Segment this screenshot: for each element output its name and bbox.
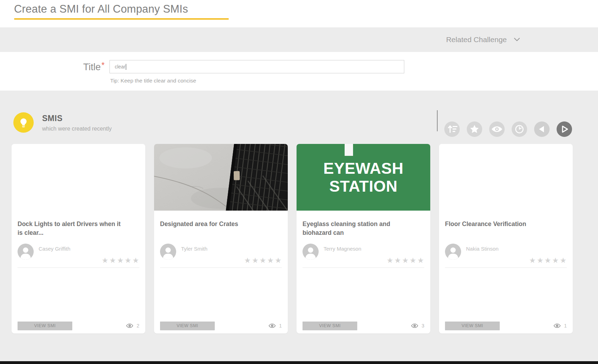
view-count: 1 <box>553 323 567 329</box>
most-viewed-button[interactable] <box>489 121 505 137</box>
card-author-row: Tyler Smith ★★★★★ <box>160 244 282 261</box>
previous-button[interactable] <box>534 121 550 137</box>
eyewash-station-sign: EYEWASH STATION <box>297 144 430 211</box>
card-divider <box>445 267 567 268</box>
required-asterisk: * <box>101 61 105 70</box>
page: Create a SMI for All Company SMIs Relate… <box>0 0 598 364</box>
card-divider <box>18 267 139 268</box>
sort-amount-icon <box>444 121 460 137</box>
eye-icon <box>411 323 418 328</box>
view-count-number: 3 <box>421 323 424 329</box>
card-footer: VIEW SMI 1 <box>445 321 567 330</box>
eye-icon <box>126 323 133 328</box>
avatar <box>160 244 176 260</box>
card-title: Eyeglass cleaning station and biohazard … <box>303 220 410 240</box>
card-title: Designated area for Crates <box>160 220 282 240</box>
avatar <box>18 244 34 260</box>
card-footer: VIEW SMI 2 <box>18 321 139 330</box>
title-input[interactable]: clear <box>109 60 404 73</box>
smis-section: SMIS which were created recently <box>0 91 598 361</box>
card-image-eyewash-sign: EYEWASH STATION <box>297 144 430 211</box>
next-button[interactable] <box>557 121 572 137</box>
view-smi-button[interactable]: VIEW SMI <box>18 322 72 330</box>
related-challenge-bar: Related Challenge <box>0 27 598 52</box>
rating-stars[interactable]: ★★★★★ <box>244 256 283 265</box>
section-heading: SMIS <box>42 114 62 123</box>
card-author-row: Nakia Stinson ★★★★★ <box>445 244 567 261</box>
page-title: Create a SMI for All Company SMIs <box>14 3 188 15</box>
clock-icon <box>512 121 527 137</box>
avatar <box>303 244 319 260</box>
bottom-bar <box>0 361 598 364</box>
author-name: Casey Griffith <box>39 246 71 252</box>
view-count-number: 1 <box>564 323 567 329</box>
title-label: Title* <box>0 62 105 73</box>
text-cursor <box>126 64 126 70</box>
rating-stars[interactable]: ★★★★★ <box>387 256 425 265</box>
smi-card: Designated area for Crates Tyler Smith <box>154 144 288 333</box>
eye-icon <box>553 323 561 328</box>
view-count-number: 2 <box>137 323 139 329</box>
card-divider <box>160 267 282 268</box>
cards-toolbar <box>444 121 572 137</box>
author-name: Tyler Smith <box>181 246 207 252</box>
chevron-down-icon <box>514 37 520 43</box>
smi-card: Dock Lights to alert Drivers when it is … <box>12 144 145 333</box>
star-icon <box>467 121 482 137</box>
sign-text: EYEWASH STATION <box>297 144 430 195</box>
card-footer: VIEW SMI 1 <box>160 321 282 330</box>
view-smi-button[interactable]: VIEW SMI <box>160 322 215 330</box>
view-count: 2 <box>126 323 139 329</box>
title-input-value: clear <box>115 64 125 70</box>
arrow-left-icon <box>534 121 550 137</box>
section-subheading: which were created recently <box>42 126 112 132</box>
related-challenge-label: Related Challenge <box>446 35 507 44</box>
view-count: 3 <box>411 323 424 329</box>
card-image-crate-photo <box>154 144 288 211</box>
rating-stars[interactable]: ★★★★★ <box>529 256 567 265</box>
card-author-row: Casey Griffith ★★★★★ <box>18 244 139 261</box>
smi-card: Floor Clearance Verification Nakia Stin <box>439 144 573 333</box>
title-tip: Tip: Keep the title clear and concise <box>110 78 196 84</box>
author-name: Terry Magneson <box>324 246 361 252</box>
author-name: Nakia Stinson <box>466 246 499 252</box>
arrow-right-icon <box>557 121 572 137</box>
card-author-row: Terry Magneson ★★★★★ <box>303 244 424 261</box>
view-smi-button[interactable]: VIEW SMI <box>445 322 500 330</box>
card-divider <box>303 267 424 268</box>
card-title: Floor Clearance Verification <box>445 220 567 240</box>
smi-card-list: Dock Lights to alert Drivers when it is … <box>12 144 573 333</box>
related-challenge-dropdown[interactable]: Related Challenge <box>446 27 520 52</box>
sign-hanging-slot <box>345 144 353 156</box>
view-smi-button[interactable]: VIEW SMI <box>303 322 357 330</box>
sort-button[interactable] <box>444 121 460 137</box>
card-title: Dock Lights to alert Drivers when it is … <box>18 220 125 240</box>
card-image-placeholder <box>12 144 145 211</box>
toolbar-divider <box>437 110 438 131</box>
title-underline <box>14 18 229 20</box>
view-count-number: 1 <box>279 323 282 329</box>
card-image-placeholder <box>439 144 573 211</box>
avatar <box>445 244 461 260</box>
eye-icon <box>489 121 505 137</box>
lightbulb-icon <box>13 112 34 133</box>
recent-button[interactable] <box>512 121 527 137</box>
view-count: 1 <box>268 323 282 329</box>
favorites-button[interactable] <box>467 121 482 137</box>
smi-card: EYEWASH STATION Eyeglass cleaning statio… <box>297 144 430 333</box>
card-footer: VIEW SMI 3 <box>303 321 424 330</box>
eye-icon <box>268 323 276 328</box>
rating-stars[interactable]: ★★★★★ <box>102 256 140 265</box>
